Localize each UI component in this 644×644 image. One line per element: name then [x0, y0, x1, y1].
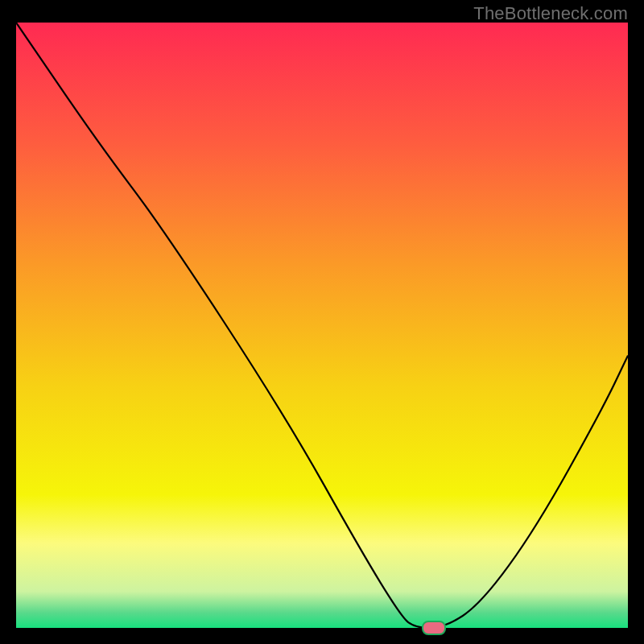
- chart-frame: TheBottleneck.com: [0, 0, 644, 644]
- watermark-text: TheBottleneck.com: [473, 3, 628, 24]
- gradient-background: [16, 23, 628, 628]
- optimal-marker: [422, 621, 446, 635]
- svg-rect-0: [16, 23, 628, 628]
